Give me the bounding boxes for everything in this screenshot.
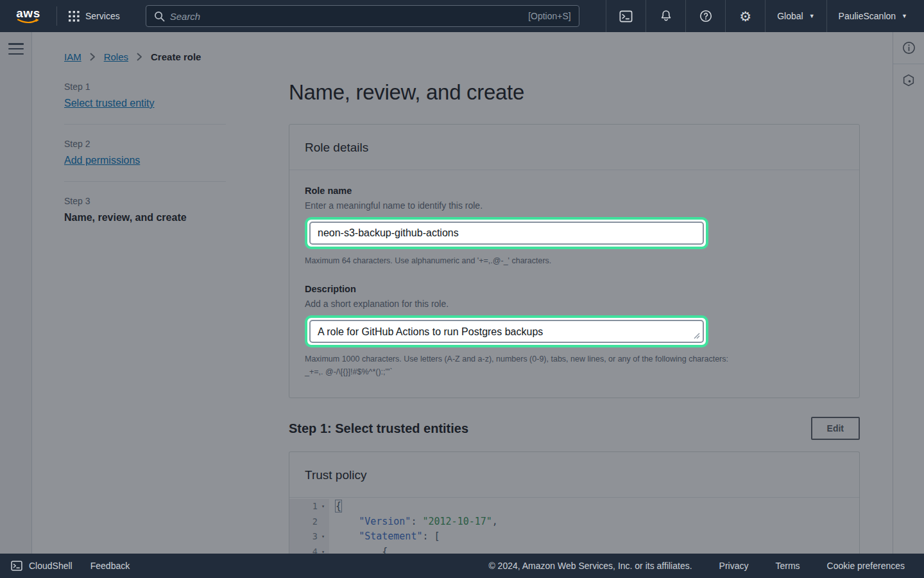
role-name-field: Role name Enter a meaningful name to ide…	[305, 186, 844, 267]
chevron-down-icon: ▼	[902, 13, 907, 19]
role-details-card: Role details Role name Enter a meaningfu…	[289, 124, 860, 398]
cookie-preferences-link[interactable]: Cookie preferences	[827, 561, 905, 571]
fold-caret-icon[interactable]: ▾	[319, 499, 327, 514]
edit-button[interactable]: Edit	[811, 417, 860, 440]
step-current-name-review-create: Name, review, and create	[64, 212, 187, 223]
breadcrumb-link-roles[interactable]: Roles	[104, 51, 128, 62]
line-number: 4	[312, 545, 318, 554]
role-name-help: Enter a meaningful name to identify this…	[305, 200, 844, 211]
footer-right: © 2024, Amazon Web Services, Inc. or its…	[488, 561, 914, 571]
step-link-add-permissions[interactable]: Add permissions	[64, 155, 140, 166]
role-name-label: Role name	[305, 186, 844, 196]
search-box[interactable]: [Option+S]	[146, 5, 579, 27]
code-text: {	[329, 499, 341, 514]
fold-caret-icon[interactable]: ▾	[319, 529, 327, 545]
step-kicker: Step 2	[64, 139, 226, 149]
topnav-actions: ⚙ Global ▼ PaulieScanlon ▼	[606, 0, 919, 32]
privacy-link[interactable]: Privacy	[719, 561, 749, 571]
code-text: "Statement": [	[329, 529, 440, 545]
region-selector[interactable]: Global ▼	[765, 0, 826, 32]
feedback-label: Feedback	[90, 561, 130, 571]
page-title: Name, review, and create	[289, 80, 860, 105]
topnav: aws Services [Option+S]	[0, 0, 924, 32]
account-label: PaulieScanlon	[839, 11, 896, 21]
services-label: Services	[85, 11, 120, 21]
fold-caret-icon[interactable]: ▾	[319, 545, 327, 554]
code-line: 4▾ {	[289, 545, 859, 554]
cloudshell-footer-button[interactable]: CloudShell	[10, 559, 73, 572]
chevron-down-icon: ▼	[809, 13, 815, 19]
footer: CloudShell Feedback © 2024, Amazon Web S…	[0, 554, 924, 578]
description-highlight: A role for GitHub Actions to run Postgre…	[305, 315, 708, 347]
step-item-3: Step 3 Name, review, and create	[64, 196, 226, 223]
step-kicker: Step 3	[64, 196, 226, 206]
gear-icon: ⚙	[739, 10, 751, 23]
grid-icon	[69, 11, 80, 22]
search-input[interactable]	[170, 11, 523, 22]
notifications-button[interactable]	[646, 0, 685, 32]
role-details-header: Role details	[289, 125, 859, 170]
code-line: 1▾{	[289, 499, 859, 514]
step-kicker: Step 1	[64, 82, 226, 92]
step-separator	[64, 181, 226, 182]
step1-section-header: Step 1: Select trusted entities Edit	[289, 417, 860, 440]
role-name-constraint: Maximum 64 characters. Use alphanumeric …	[305, 255, 844, 267]
code-line: 3▾ "Statement": [	[289, 529, 859, 545]
hexagon-icon	[902, 73, 916, 87]
code-gutter: 2	[289, 514, 329, 530]
step-item-1: Step 1 Select trusted entity	[64, 82, 226, 109]
region-label: Global	[777, 11, 803, 21]
search-shortcut: [Option+S]	[528, 11, 571, 21]
aws-logo-text: aws	[16, 8, 40, 19]
question-icon	[699, 9, 713, 23]
collapsed-sidebar	[0, 32, 32, 554]
feedback-button[interactable]: Feedback	[90, 561, 130, 571]
aws-logo[interactable]: aws	[0, 0, 56, 32]
bell-icon	[659, 9, 673, 23]
cloudshell-label: CloudShell	[29, 561, 73, 571]
trust-policy-code: 1▾{2 "Version": "2012-10-17",3▾ "Stateme…	[289, 498, 859, 554]
account-menu[interactable]: PaulieScanlon ▼	[826, 0, 919, 32]
role-name-input[interactable]	[309, 222, 704, 245]
code-gutter: 4▾	[289, 545, 329, 554]
services-button[interactable]: Services	[57, 0, 132, 32]
steps-nav: Step 1 Select trusted entity Step 2 Add …	[64, 79, 226, 554]
chevron-right-icon	[90, 53, 96, 61]
description-constraint: Maximum 1000 characters. Use letters (A-…	[305, 353, 844, 378]
settings-button[interactable]: ⚙	[725, 0, 765, 32]
main-content: IAM Roles Create role Step 1 Select trus…	[32, 32, 893, 554]
step-separator	[64, 124, 226, 125]
line-number: 1	[312, 499, 318, 514]
menu-icon	[8, 43, 24, 45]
breadcrumb-current: Create role	[151, 51, 201, 62]
code-gutter: 3▾	[289, 529, 329, 545]
description-constraint-line2: _+=,. @-/\[{}]!#$%^*():;'"`	[305, 367, 393, 376]
breadcrumb-link-iam[interactable]: IAM	[64, 51, 81, 62]
trust-policy-header: Trust policy	[289, 452, 859, 498]
resources-panel-button[interactable]	[893, 64, 924, 96]
terms-link[interactable]: Terms	[775, 561, 800, 571]
description-label: Description	[305, 284, 844, 294]
code-line: 2 "Version": "2012-10-17",	[289, 514, 859, 530]
info-panel-button[interactable]	[893, 32, 924, 64]
terminal-icon	[619, 9, 633, 24]
app-body: IAM Roles Create role Step 1 Select trus…	[0, 32, 924, 554]
menu-toggle-button[interactable]	[8, 42, 24, 55]
step-link-select-trusted-entity[interactable]: Select trusted entity	[64, 98, 155, 109]
description-constraint-line1: Maximum 1000 characters. Use letters (A-…	[305, 355, 728, 363]
copyright-text: © 2024, Amazon Web Services, Inc. or its…	[488, 561, 692, 571]
breadcrumb: IAM Roles Create role	[64, 51, 893, 62]
description-field: Description Add a short explanation for …	[305, 284, 844, 378]
description-help: Add a short explanation for this role.	[305, 299, 844, 309]
description-textarea[interactable]: A role for GitHub Actions to run Postgre…	[309, 320, 704, 343]
help-button[interactable]	[685, 0, 725, 32]
tools-rail	[893, 32, 924, 554]
code-gutter: 1▾	[289, 499, 329, 514]
step-item-2: Step 2 Add permissions	[64, 139, 226, 166]
trust-policy-card: Trust policy 1▾{2 "Version": "2012-10-17…	[289, 451, 860, 554]
terminal-icon	[10, 559, 23, 572]
code-text: {	[329, 545, 388, 554]
aws-smile-icon	[17, 19, 40, 24]
trust-policy-title: Trust policy	[305, 468, 844, 482]
cloudshell-nav-button[interactable]	[606, 0, 646, 32]
